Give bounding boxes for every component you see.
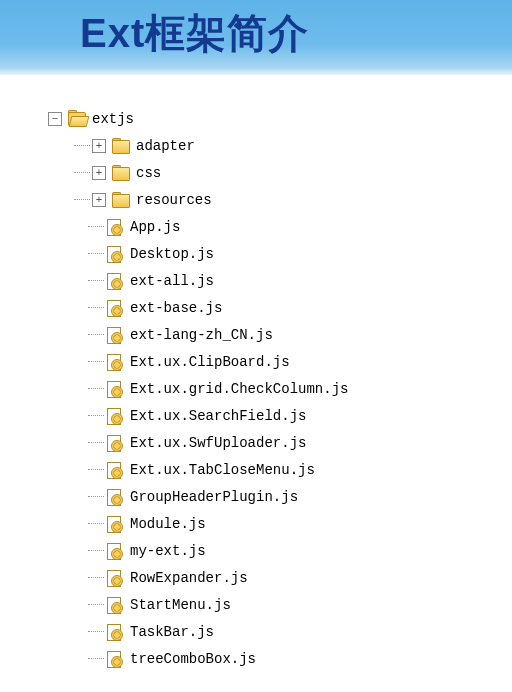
tree-node[interactable]: ext-base.js — [48, 294, 512, 321]
js-file-icon — [106, 489, 124, 505]
folder-closed-icon — [112, 138, 130, 154]
tree-guide — [88, 631, 104, 632]
tree-node-label: Ext.ux.TabCloseMenu.js — [130, 463, 315, 477]
tree-node-label: treeComboBox.js — [130, 652, 256, 666]
tree-guide — [74, 145, 90, 146]
js-file-icon — [106, 516, 124, 532]
tree-node-label: css — [136, 166, 161, 180]
expand-icon[interactable]: + — [92, 193, 106, 207]
expand-icon[interactable]: + — [92, 166, 106, 180]
tree-guide — [88, 442, 104, 443]
js-file-icon — [106, 273, 124, 289]
tree-guide — [88, 550, 104, 551]
tree-guide — [88, 604, 104, 605]
tree-node-label: Ext.ux.SearchField.js — [130, 409, 306, 423]
tree-guide — [88, 658, 104, 659]
tree-node[interactable]: StartMenu.js — [48, 591, 512, 618]
tree-node[interactable]: +resources — [48, 186, 512, 213]
tree-node-label: Ext.ux.ClipBoard.js — [130, 355, 290, 369]
tree-node-label: extjs — [92, 112, 134, 126]
js-file-icon — [106, 543, 124, 559]
tree-node[interactable]: Ext.ux.TabCloseMenu.js — [48, 456, 512, 483]
tree-guide — [88, 280, 104, 281]
tree-guide — [88, 334, 104, 335]
tree-node-label: Ext.ux.grid.CheckColumn.js — [130, 382, 348, 396]
file-tree: − extjs +adapter+css+resourcesApp.jsDesk… — [0, 75, 512, 672]
tree-guide — [88, 253, 104, 254]
tree-node[interactable]: Ext.ux.SwfUploader.js — [48, 429, 512, 456]
js-file-icon — [106, 246, 124, 262]
tree-guide — [88, 577, 104, 578]
tree-guide — [88, 469, 104, 470]
tree-node[interactable]: GroupHeaderPlugin.js — [48, 483, 512, 510]
js-file-icon — [106, 651, 124, 667]
folder-closed-icon — [112, 165, 130, 181]
js-file-icon — [106, 597, 124, 613]
tree-node[interactable]: Ext.ux.grid.CheckColumn.js — [48, 375, 512, 402]
tree-node-label: resources — [136, 193, 212, 207]
collapse-icon[interactable]: − — [48, 112, 62, 126]
tree-node-label: ext-lang-zh_CN.js — [130, 328, 273, 342]
tree-guide — [88, 523, 104, 524]
tree-node[interactable]: my-ext.js — [48, 537, 512, 564]
tree-guide — [88, 361, 104, 362]
js-file-icon — [106, 408, 124, 424]
folder-open-icon — [68, 111, 86, 127]
tree-guide — [88, 307, 104, 308]
js-file-icon — [106, 570, 124, 586]
tree-guide — [88, 388, 104, 389]
tree-node[interactable]: Ext.ux.ClipBoard.js — [48, 348, 512, 375]
tree-node-label: TaskBar.js — [130, 625, 214, 639]
js-file-icon — [106, 327, 124, 343]
tree-guide — [88, 415, 104, 416]
tree-node-label: Ext.ux.SwfUploader.js — [130, 436, 306, 450]
tree-node-label: GroupHeaderPlugin.js — [130, 490, 298, 504]
tree-node-label: App.js — [130, 220, 180, 234]
tree-node-label: ext-all.js — [130, 274, 214, 288]
tree-node[interactable]: Ext.ux.SearchField.js — [48, 402, 512, 429]
tree-node[interactable]: ext-lang-zh_CN.js — [48, 321, 512, 348]
tree-node-label: my-ext.js — [130, 544, 206, 558]
tree-node[interactable]: Desktop.js — [48, 240, 512, 267]
tree-node[interactable]: +adapter — [48, 132, 512, 159]
tree-guide — [88, 226, 104, 227]
js-file-icon — [106, 435, 124, 451]
js-file-icon — [106, 354, 124, 370]
tree-node[interactable]: App.js — [48, 213, 512, 240]
tree-node[interactable]: RowExpander.js — [48, 564, 512, 591]
tree-node[interactable]: Module.js — [48, 510, 512, 537]
tree-node-label: adapter — [136, 139, 195, 153]
expand-icon[interactable]: + — [92, 139, 106, 153]
js-file-icon — [106, 381, 124, 397]
tree-node-root[interactable]: − extjs — [48, 105, 512, 132]
tree-node-label: ext-base.js — [130, 301, 222, 315]
js-file-icon — [106, 219, 124, 235]
tree-node[interactable]: TaskBar.js — [48, 618, 512, 645]
js-file-icon — [106, 624, 124, 640]
tree-guide — [88, 496, 104, 497]
title-banner: Ext框架简介 — [0, 0, 512, 75]
folder-closed-icon — [112, 192, 130, 208]
tree-node-label: Module.js — [130, 517, 206, 531]
page-title: Ext框架简介 — [80, 6, 309, 61]
js-file-icon — [106, 462, 124, 478]
js-file-icon — [106, 300, 124, 316]
tree-node[interactable]: ext-all.js — [48, 267, 512, 294]
tree-node[interactable]: +css — [48, 159, 512, 186]
tree-node-label: Desktop.js — [130, 247, 214, 261]
tree-node[interactable]: treeComboBox.js — [48, 645, 512, 672]
tree-node-label: RowExpander.js — [130, 571, 248, 585]
tree-node-label: StartMenu.js — [130, 598, 231, 612]
tree-guide — [74, 199, 90, 200]
tree-guide — [74, 172, 90, 173]
